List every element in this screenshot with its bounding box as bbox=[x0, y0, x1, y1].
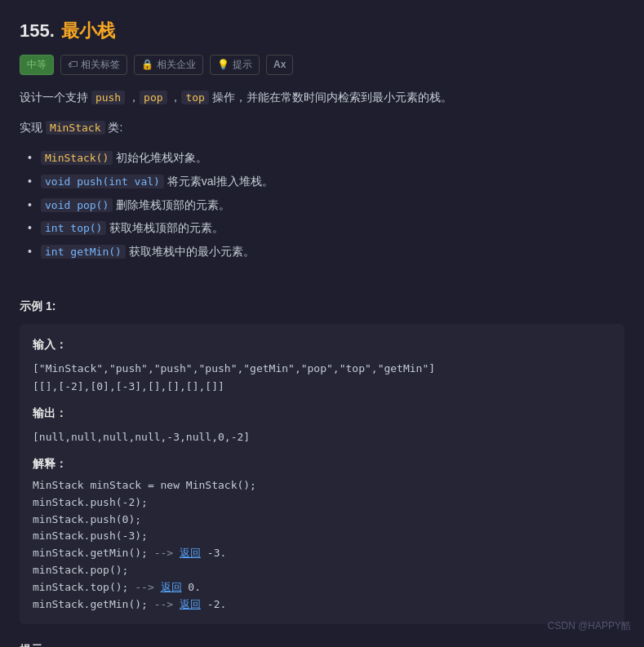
bulb-icon: 💡 bbox=[217, 57, 229, 73]
expl-line-4: minStack.push(-3); bbox=[33, 528, 611, 545]
description: 设计一个支持 push ，pop ，top 操作，并能在常数时间内检索到最小元素… bbox=[20, 88, 624, 107]
list-item: int getMin() 获取堆栈中的最小元素。 bbox=[28, 242, 624, 261]
method-desc-5: 获取堆栈中的最小元素。 bbox=[129, 245, 255, 258]
tag-icon: 🏷 bbox=[68, 57, 78, 73]
expl-line-8: minStack.getMin(); --> 返回 -2. bbox=[33, 596, 611, 614]
expl-line-3: minStack.push(0); bbox=[33, 512, 611, 529]
list-item: MinStack() 初始化堆栈对象。 bbox=[28, 148, 624, 167]
explanation-block: 解释： MinStack minStack = new MinStack(); … bbox=[33, 454, 611, 614]
expl-line-5: minStack.getMin(); --> 返回 -3. bbox=[33, 545, 611, 562]
method-code-2: void push(int val) bbox=[41, 175, 164, 188]
list-item: int top() 获取堆栈顶部的元素。 bbox=[28, 219, 624, 237]
top-code: top bbox=[181, 91, 208, 104]
example-title: 示例 1: bbox=[20, 297, 624, 315]
expl-line-2: minStack.push(-2); bbox=[33, 494, 611, 512]
explanation-label: 解释： bbox=[33, 454, 611, 472]
expl-line-6: minStack.pop(); bbox=[33, 562, 611, 579]
pop-code: pop bbox=[140, 91, 167, 104]
method-code-5: int getMin() bbox=[41, 245, 126, 259]
method-desc-2: 将元素val推入堆栈。 bbox=[167, 175, 273, 188]
input-block: 输入： ["MinStack","push","push","push","ge… bbox=[33, 335, 611, 396]
hint-button[interactable]: 💡 提示 bbox=[210, 55, 260, 75]
example-box: 输入： ["MinStack","push","push","push","ge… bbox=[20, 324, 624, 625]
hints-section: 提示: -231 <= val <= 231 - 1 pop、 top 和 ge… bbox=[20, 640, 624, 647]
expl-line-7: minStack.top(); --> 返回 0. bbox=[33, 579, 611, 596]
list-item: void push(int val) 将元素val推入堆栈。 bbox=[28, 172, 624, 191]
related-companies-button[interactable]: 🔒 相关企业 bbox=[134, 55, 203, 75]
method-desc-3: 删除堆栈顶部的元素。 bbox=[116, 198, 230, 211]
return-link-2[interactable]: 返回 bbox=[161, 581, 182, 593]
watermark: CSDN @HAPPY酷 bbox=[548, 618, 631, 634]
problem-number: 155. bbox=[20, 16, 55, 45]
minstack-code: MinStack bbox=[46, 121, 105, 135]
input-label: 输入： bbox=[33, 335, 611, 355]
input-line2: [[],[-2],[0],[-3],[],[],[],[]] bbox=[33, 378, 611, 396]
input-line1: ["MinStack","push","push","push","getMin… bbox=[33, 360, 611, 378]
method-code-4: int top() bbox=[41, 221, 106, 235]
method-desc-1: 初始化堆栈对象。 bbox=[116, 151, 207, 164]
method-code-1: MinStack() bbox=[41, 151, 113, 165]
difficulty-tag[interactable]: 中等 bbox=[20, 55, 54, 75]
hints-title: 提示: bbox=[20, 640, 624, 647]
expl-line-1: MinStack minStack = new MinStack(); bbox=[33, 477, 611, 494]
list-item: void pop() 删除堆栈顶部的元素。 bbox=[28, 196, 624, 215]
return-link-3[interactable]: 返回 bbox=[180, 598, 201, 610]
implement-line: 实现 MinStack 类: bbox=[20, 118, 624, 137]
page-container: 155. 最小栈 中等 🏷 相关标签 🔒 相关企业 💡 提示 Ax 设计一个支持… bbox=[20, 16, 624, 647]
output-value: [null,null,null,null,-3,null,0,-2] bbox=[33, 428, 611, 446]
lock-icon: 🔒 bbox=[141, 57, 153, 73]
output-label: 输出： bbox=[33, 404, 611, 423]
method-desc-4: 获取堆栈顶部的元素。 bbox=[109, 221, 224, 234]
methods-list: MinStack() 初始化堆栈对象。 void push(int val) 将… bbox=[20, 148, 624, 261]
related-tags-button[interactable]: 🏷 相关标签 bbox=[60, 55, 127, 75]
method-code-3: void pop() bbox=[41, 198, 113, 212]
return-link-1[interactable]: 返回 bbox=[180, 547, 201, 559]
problem-title: 最小栈 bbox=[61, 16, 115, 45]
output-block: 输出： [null,null,null,null,-3,null,0,-2] bbox=[33, 404, 611, 446]
push-code: push bbox=[91, 91, 125, 104]
tags-row: 中等 🏷 相关标签 🔒 相关企业 💡 提示 Ax bbox=[20, 55, 624, 75]
title-row: 155. 最小栈 bbox=[20, 16, 624, 45]
font-button[interactable]: Ax bbox=[266, 55, 293, 75]
